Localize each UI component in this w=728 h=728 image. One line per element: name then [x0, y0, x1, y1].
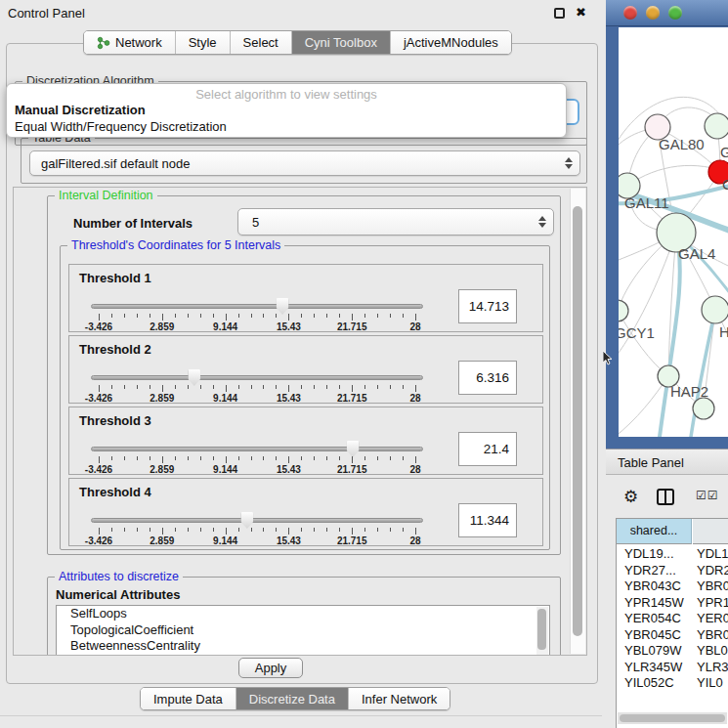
- tab-discretize-data[interactable]: Discretize Data: [236, 688, 349, 709]
- tab-select[interactable]: Select: [231, 31, 292, 54]
- threshold-coordinates-group: Threshold's Coordinates for 5 Intervals …: [60, 245, 550, 550]
- close-icon[interactable]: ✖: [576, 5, 586, 20]
- table-row[interactable]: YBR043CYBR0: [617, 578, 728, 595]
- threshold-label: Threshold 3: [79, 413, 151, 428]
- screen: Control Panel ✖ Network Style Select Cyn…: [0, 0, 728, 728]
- interval-definition-group: Interval Definition Number of Intervals …: [47, 195, 561, 555]
- column-header-shared-name[interactable]: shared...: [617, 519, 692, 544]
- algorithm-placeholder-option[interactable]: Select algorithm to view settings: [7, 87, 566, 102]
- tab-style[interactable]: Style: [176, 31, 231, 54]
- attribute-items: SelfLoopsTopologicalCoefficientBetweenne…: [57, 606, 549, 655]
- column-header-name[interactable]: n: [693, 519, 728, 544]
- threshold-coordinates-title: Threshold's Coordinates for 5 Intervals: [67, 238, 284, 252]
- tick-label: 15.43: [277, 464, 301, 475]
- algorithm-option-manual[interactable]: Manual Discretization: [15, 103, 146, 117]
- split-columns-icon[interactable]: [657, 489, 674, 505]
- numerical-attributes-list[interactable]: SelfLoopsTopologicalCoefficientBetweenne…: [56, 605, 550, 656]
- attributes-group-title: Attributes to discretize: [55, 570, 183, 583]
- gear-icon[interactable]: ⚙: [623, 487, 638, 507]
- attribute-item[interactable]: SelfLoops: [57, 606, 549, 622]
- attribute-item[interactable]: BetweennessCentrality: [57, 638, 549, 655]
- network-canvas[interactable]: GAL80GCGAL11GAL4GCY1HHAP2: [619, 27, 728, 437]
- threshold-slider[interactable]: [91, 375, 423, 380]
- select-columns-checkboxes-icon[interactable]: ☑☑: [696, 489, 719, 502]
- table-data-group: Table Data galFiltered.sif default node: [21, 138, 587, 184]
- algorithm-option-equal-width[interactable]: Equal Width/Frequency Discretization: [15, 119, 227, 134]
- tab-cyni-toolbox[interactable]: Cyni Toolbox: [292, 31, 391, 54]
- svg-text:HAP2: HAP2: [670, 383, 708, 400]
- svg-text:GAL80: GAL80: [659, 136, 705, 152]
- table-row[interactable]: YER054CYER0: [617, 611, 728, 627]
- threshold-value-field[interactable]: 6.316: [458, 361, 517, 395]
- tick-label: 28: [409, 535, 420, 546]
- tick-label: 21.715: [337, 464, 367, 475]
- numerical-attributes-label: Numerical Attributes: [56, 587, 180, 602]
- table-row[interactable]: YBL079WYBL0: [617, 643, 728, 660]
- tick-label: 2.859: [150, 535, 174, 546]
- tab-network-label: Network: [115, 35, 162, 50]
- table-data-value: galFiltered.sif default node: [41, 156, 190, 171]
- tab-jactivemnodules[interactable]: jActiveMNodules: [391, 31, 511, 54]
- table-header-row: shared... n: [617, 519, 728, 544]
- attributes-list-scrollbar[interactable]: [536, 607, 548, 656]
- node-attribute-table[interactable]: shared... n YDL19...YDL1YDR27...YDR2YBR0…: [616, 518, 728, 728]
- svg-text:C: C: [722, 176, 728, 193]
- tick-label: 2.859: [150, 464, 174, 475]
- threshold-label: Threshold 2: [79, 342, 151, 357]
- svg-text:GAL11: GAL11: [624, 194, 669, 211]
- slider-thumb[interactable]: [188, 369, 200, 386]
- combo-stepper-icon: [565, 157, 573, 169]
- scrollbar-thumb[interactable]: [573, 206, 582, 636]
- slider-thumb[interactable]: [347, 441, 360, 457]
- float-window-icon[interactable]: [554, 8, 565, 19]
- table-rows: YDL19...YDL1YDR27...YDR2YBR043CYBR0YPR14…: [617, 546, 728, 692]
- threshold-value-field[interactable]: 11.344: [458, 503, 517, 537]
- tick-label: 28: [409, 321, 420, 332]
- close-traffic-light[interactable]: [623, 6, 637, 20]
- attributes-group: Attributes to discretize Numerical Attri…: [47, 577, 561, 656]
- table-row[interactable]: YPR145WYPR1: [617, 595, 728, 612]
- threshold-panel-1: Threshold 1-3.4262.8599.14415.4321.71528…: [68, 264, 543, 332]
- table-row[interactable]: YIL052CYIL0: [617, 675, 728, 692]
- threshold-slider[interactable]: [91, 304, 423, 309]
- threshold-slider[interactable]: [91, 447, 423, 451]
- tick-label: 15.43: [277, 321, 301, 332]
- tick-label: -3.426: [85, 535, 112, 546]
- tick-label: 9.144: [213, 321, 237, 332]
- svg-text:H: H: [719, 323, 728, 340]
- tick-label: 2.859: [150, 321, 174, 332]
- control-panel-tabbar: Network Style Select Cyni Toolbox jActiv…: [83, 30, 512, 55]
- svg-text:GAL4: GAL4: [678, 245, 715, 262]
- table-row[interactable]: YDL19...YDL1: [617, 546, 728, 563]
- threshold-value-field[interactable]: 14.713: [458, 289, 517, 323]
- table-row[interactable]: YDR27...YDR2: [617, 563, 728, 579]
- number-of-intervals-combobox[interactable]: 5: [237, 208, 554, 236]
- threshold-panel-2: Threshold 2-3.4262.8599.14415.4321.71528…: [68, 335, 543, 404]
- tick-label: 9.144: [213, 535, 237, 546]
- threshold-value-field[interactable]: 21.4: [458, 432, 517, 466]
- minimize-traffic-light[interactable]: [646, 6, 660, 20]
- threshold-slider[interactable]: [91, 518, 423, 523]
- threshold-label: Threshold 4: [79, 485, 151, 499]
- table-row[interactable]: YLR345WYLR3: [617, 660, 728, 676]
- tab-infer-network[interactable]: Infer Network: [349, 688, 450, 709]
- zoom-traffic-light[interactable]: [668, 6, 682, 20]
- tick-label: -3.426: [85, 464, 112, 475]
- slider-thumb[interactable]: [277, 298, 289, 315]
- table-row[interactable]: YBR045CYBR0: [617, 627, 728, 644]
- settings-vertical-scrollbar[interactable]: [570, 189, 585, 654]
- network-window-titlebar[interactable]: [606, 0, 728, 26]
- tab-network[interactable]: Network: [84, 31, 176, 54]
- threshold-panel-4: Threshold 4-3.4262.8599.14415.4321.71528…: [68, 478, 543, 546]
- attribute-item[interactable]: TopologicalCoefficient: [57, 622, 549, 639]
- tab-impute-data[interactable]: Impute Data: [141, 688, 236, 709]
- tick-label: 21.715: [337, 535, 367, 546]
- apply-button[interactable]: Apply: [238, 658, 303, 678]
- table-data-combobox[interactable]: galFiltered.sif default node: [29, 150, 580, 176]
- tick-label: 9.144: [213, 393, 237, 404]
- tick-label: 2.859: [150, 393, 174, 404]
- tick-label: -3.426: [85, 321, 112, 332]
- slider-thumb[interactable]: [240, 512, 253, 529]
- network-graph: GAL80GCGAL11GAL4GCY1HHAP2: [619, 27, 728, 437]
- table-horizontal-scrollbar[interactable]: [618, 712, 727, 724]
